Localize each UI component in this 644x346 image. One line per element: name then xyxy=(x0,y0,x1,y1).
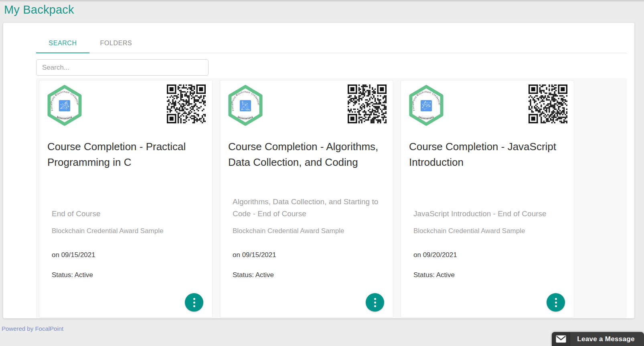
credential-title: Course Completion - Algorithms, Data Col… xyxy=(228,139,387,187)
kebab-menu-icon xyxy=(555,298,557,300)
tab-folders-label: FOLDERS xyxy=(100,40,132,47)
qr-code xyxy=(529,84,567,123)
credential-subtitle: Algorithms, Data Collection, and Startin… xyxy=(233,187,387,220)
credential-issuer: Blockchain Credential Award Sample xyxy=(52,227,206,235)
chat-icon-cell xyxy=(552,332,570,346)
tab-bar: SEARCH FOLDERS xyxy=(36,23,627,53)
qr-code xyxy=(348,84,387,123)
page-header: My Backpack xyxy=(0,0,644,23)
credential-date: on 09/15/2021 xyxy=(233,251,387,259)
credential-card: FocalPoint Blockchain Credential Course … xyxy=(39,80,213,318)
leave-message-button[interactable]: Leave a Message xyxy=(552,332,644,346)
credential-status: Status: Active xyxy=(52,271,206,279)
card-footer xyxy=(407,293,567,312)
powered-by: Powered by FocalPoint xyxy=(2,325,63,332)
credential-badge-icon: FocalPoint Blockchain Credential xyxy=(46,84,83,127)
credential-subtitle: End of Course xyxy=(52,187,206,220)
card-header: FocalPoint Blockchain Credential xyxy=(46,84,206,127)
credential-title: Course Completion - JavaScript Introduct… xyxy=(409,139,567,187)
credential-status: Status: Active xyxy=(233,271,387,279)
credential-issuer: Blockchain Credential Award Sample xyxy=(413,227,567,235)
leave-message-label: Leave a Message xyxy=(570,335,644,343)
credential-subtitle: JavaScript Introduction - End of Course xyxy=(413,187,567,220)
card-menu-button[interactable] xyxy=(185,293,203,312)
credential-card-list: FocalPoint Blockchain Credential Course … xyxy=(36,78,627,318)
kebab-menu-icon xyxy=(374,298,376,300)
credential-badge-icon: FocalPoint Blockchain Credential xyxy=(227,84,264,127)
card-menu-button[interactable] xyxy=(366,293,384,312)
credential-title: Course Completion - Practical Programmin… xyxy=(47,139,206,187)
search-input[interactable] xyxy=(36,59,209,76)
credential-date: on 09/15/2021 xyxy=(52,251,206,259)
card-footer xyxy=(46,293,206,312)
card-header: FocalPoint Blockchain Credential xyxy=(227,84,387,127)
card-header: FocalPoint Blockchain Credential xyxy=(407,84,567,127)
tab-search[interactable]: SEARCH xyxy=(36,34,89,53)
credential-issuer: Blockchain Credential Award Sample xyxy=(233,227,387,235)
kebab-menu-icon xyxy=(193,298,195,300)
credential-badge-icon: FocalPoint Blockchain Credential xyxy=(407,84,445,127)
backpack-panel: SEARCH FOLDERS FocalPoint Blockchain Cre… xyxy=(3,23,634,318)
card-menu-button[interactable] xyxy=(547,293,565,312)
focalpoint-link[interactable]: FocalPoint xyxy=(35,325,63,332)
tab-search-label: SEARCH xyxy=(49,40,77,47)
envelope-icon xyxy=(556,335,566,343)
credential-status: Status: Active xyxy=(413,271,567,279)
card-footer xyxy=(227,293,387,312)
credential-card: FocalPoint Blockchain Credential Course … xyxy=(401,80,574,318)
powered-by-prefix: Powered by xyxy=(2,325,33,332)
page-title: My Backpack xyxy=(0,0,644,16)
qr-code xyxy=(167,84,206,123)
credential-card: FocalPoint Blockchain Credential Course … xyxy=(220,80,393,318)
tab-folders[interactable]: FOLDERS xyxy=(89,34,143,53)
credential-date: on 09/20/2021 xyxy=(413,251,567,259)
